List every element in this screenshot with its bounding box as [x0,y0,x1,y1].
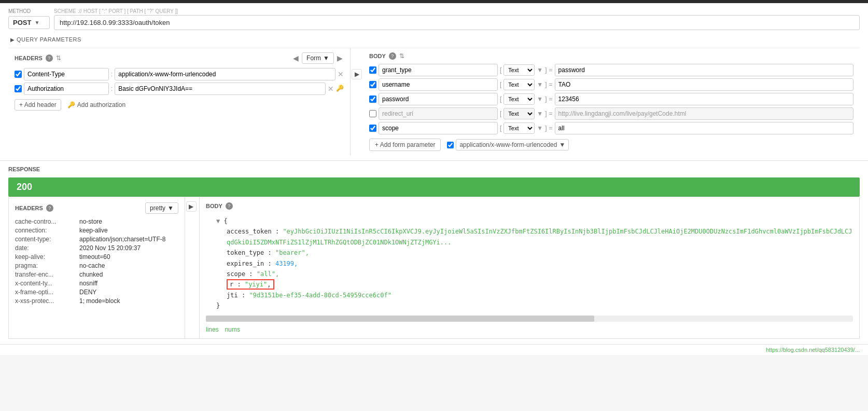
expand-section-button[interactable]: ▶ [352,69,362,79]
form-dropdown[interactable]: Form ▼ [302,52,334,64]
add-header-button[interactable]: + Add header [15,99,61,111]
bracket-open-3: [ [500,110,501,117]
expand-body-button[interactable]: ▶ [186,201,197,212]
body-section: BODY ? ⇅ [ Text ▼ ] = [ Text ▼ [363,48,860,155]
method-url-row: POST ▼ [8,15,860,30]
body-val-0[interactable] [555,64,853,76]
add-param-button[interactable]: + Add form parameter [369,139,441,151]
method-arrow-icon: ▼ [34,20,39,25]
delete-icon-1[interactable]: ✕ [328,85,334,93]
resp-header-x-frame: x-frame-opti... DENY [15,289,178,296]
nav-arrows: ◀ [292,53,300,63]
json-arrow-icon[interactable]: ▼ [216,217,220,225]
scrollbar-thumb[interactable] [206,316,594,322]
json-val-jti: "9d3151be-ef35-4add-80cd-54959cce6c0f" [249,292,391,299]
body-val-1[interactable] [555,78,853,91]
resp-header-cache: cache-contro... no-store [15,218,178,225]
pretty-dropdown[interactable]: pretty ▼ [145,202,178,214]
delete-icon-0[interactable]: ✕ [338,70,344,78]
json-key-token-type: token_type [227,249,264,256]
json-field-jti: jti : "9d3151be-ef35-4add-80cd-54959cce6… [227,290,853,300]
json-sep-0: : [275,228,283,235]
body-key-1[interactable] [379,78,498,91]
body-key-2[interactable] [379,93,498,105]
bracket-open-0: [ [500,66,501,74]
body-checkbox-1[interactable] [369,81,376,88]
bracket-close-2: ▼ [537,95,543,103]
bracket-end-0: ] [545,66,547,74]
pretty-arrow-icon: ▼ [167,204,174,212]
json-sep-1: : [268,249,275,256]
body-key-3[interactable] [379,107,498,120]
nav-right-btn[interactable]: ▶ [336,53,344,63]
status-code: 200 [17,182,32,192]
resp-header-x-xss: x-xss-protec... 1; mode=block [15,297,178,305]
method-select[interactable]: POST ▼ [8,16,50,29]
form-arrow-icon: ▼ [323,54,329,62]
response-headers-body: HEADERS ? pretty ▼ cache-contro... no-st… [8,197,860,339]
encoding-checkbox[interactable] [447,142,454,148]
eq-sign-2: = [549,95,553,103]
lines-link[interactable]: lines [206,326,219,333]
query-params-row[interactable]: ▶ QUERY PARAMETERS [10,34,860,45]
add-param-row: + Add form parameter application/x-www-f… [369,139,853,151]
body-checkbox-2[interactable] [369,95,376,103]
header-checkbox-0[interactable] [15,71,22,78]
header-checkbox-1[interactable] [15,85,22,92]
header-sep-0: : [111,71,113,78]
body-checkbox-3[interactable] [369,110,376,117]
headers-info-icon[interactable]: ? [46,54,53,62]
header-val-1[interactable] [115,83,326,95]
header-row-content-type: : ✕ [15,68,344,80]
body-key-0[interactable] [379,64,498,76]
json-field-expires-in: expires_in : 43199, [227,258,853,269]
headers-sort-icon[interactable]: ⇅ [56,54,61,62]
body-type-select-1[interactable]: Text [503,79,535,90]
body-val-3[interactable] [555,107,853,120]
body-checkbox-0[interactable] [369,66,376,74]
header-row-authorization: : ✕ 🔑 [15,83,344,95]
key-icon-add: 🔑 [67,101,75,108]
key-icon-1[interactable]: 🔑 [336,85,344,93]
json-key-expires-in: expires_in [227,260,264,267]
body-row-3: [ Text ▼ ] = [369,107,853,120]
bottom-status-bar: https://blog.csdn.net/qq583120439/... [0,344,868,355]
header-val-0[interactable] [115,68,335,80]
bracket-open-1: [ [500,81,501,88]
encoding-dropdown[interactable]: application/x-www-form-urlencoded ▼ [456,139,569,150]
nav-left-btn[interactable]: ◀ [292,53,300,63]
body-val-4[interactable] [555,122,853,134]
body-type-select-3[interactable]: Text [503,108,535,119]
status-bar: 200 [8,177,860,197]
body-info-icon[interactable]: ? [389,52,396,60]
body-section-header: BODY ? ⇅ [369,52,853,60]
json-key-jti: jti [227,292,238,299]
header-actions-0: ✕ [338,70,344,78]
bracket-close-0: ▼ [537,66,543,74]
body-type-select-4[interactable]: Text [503,122,535,134]
form-label: Form [306,54,321,62]
add-authorization-button[interactable]: 🔑 Add authorization [63,100,130,110]
header-key-0[interactable] [24,68,109,80]
bracket-close-1: ▼ [537,81,543,88]
body-key-4[interactable] [379,122,498,134]
resp-body-col: BODY ? ▼ { access_token : "eyJhbGciOiJIU… [200,197,859,338]
scrollbar-area[interactable] [206,316,853,322]
url-input[interactable] [54,15,860,30]
nums-link[interactable]: nums [225,326,240,333]
method-value: POST [13,19,31,26]
body-type-select-0[interactable]: Text [503,64,535,76]
body-val-2[interactable] [555,93,853,105]
resp-headers-info-icon[interactable]: ? [46,204,53,212]
eq-sign-3: = [549,110,553,117]
bracket-open-2: [ [500,95,501,103]
header-key-1[interactable] [24,83,109,95]
header-sep-1: : [111,85,113,92]
body-checkbox-4[interactable] [369,125,376,132]
json-collapse-arrow: ▼ { [216,216,853,226]
body-type-select-2[interactable]: Text [503,93,535,105]
resp-body-info-icon[interactable]: ? [226,202,233,210]
body-sort-icon[interactable]: ⇅ [399,52,404,60]
bracket-end-3: ] [545,110,547,117]
encoding-check[interactable]: application/x-www-form-urlencoded ▼ [447,139,569,150]
